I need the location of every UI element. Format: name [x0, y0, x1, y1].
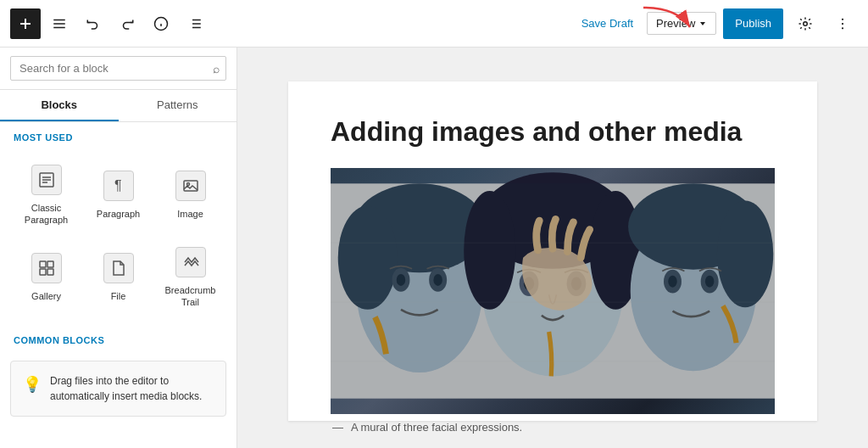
details-button[interactable]: [146, 8, 176, 39]
svg-text:¶: ¶: [114, 178, 122, 193]
gallery-label: Gallery: [31, 290, 61, 302]
svg-rect-24: [47, 261, 53, 267]
editor-content: Adding images and other media: [288, 81, 817, 421]
drag-files-text: Drag files into the editor to automatica…: [50, 373, 214, 404]
search-block-wrapper: ⌕: [10, 56, 226, 81]
svg-rect-25: [40, 269, 46, 275]
block-item-file[interactable]: File: [82, 237, 154, 319]
paragraph-icon: ¶: [103, 171, 134, 201]
save-draft-button[interactable]: Save Draft: [575, 12, 640, 35]
classic-paragraph-label: Classic Paragraph: [15, 202, 77, 227]
image-block-icon: [175, 171, 206, 201]
preview-button[interactable]: Preview: [647, 12, 716, 35]
redo-button[interactable]: [112, 8, 142, 39]
blocks-grid: Classic Paragraph ¶ Paragraph: [0, 148, 236, 325]
file-icon: [103, 253, 134, 283]
publish-button[interactable]: Publish: [723, 8, 783, 39]
mural-image: [331, 168, 775, 414]
block-item-gallery[interactable]: Gallery: [10, 237, 82, 319]
toolbar-left: [10, 8, 570, 39]
image-container[interactable]: — A mural of three facial expressions.: [331, 168, 775, 434]
undo-button[interactable]: [78, 8, 108, 39]
paragraph-label: Paragraph: [97, 208, 140, 220]
classic-paragraph-icon: [31, 165, 62, 195]
editor-area[interactable]: Adding images and other media: [237, 48, 868, 448]
file-label: File: [111, 290, 126, 302]
tab-patterns[interactable]: Patterns: [119, 90, 237, 121]
drag-files-area: 💡 Drag files into the editor to automati…: [10, 361, 226, 417]
post-title[interactable]: Adding images and other media: [331, 115, 775, 148]
sidebar-tabs: Blocks Patterns: [0, 90, 236, 122]
toolbar: Save Draft Preview Publish: [0, 0, 868, 48]
search-input[interactable]: [10, 56, 226, 81]
tab-blocks[interactable]: Blocks: [0, 90, 119, 121]
gallery-icon: [31, 253, 62, 283]
block-item-breadcrumb-trail[interactable]: Breadcrumb Trail: [154, 237, 226, 319]
svg-rect-23: [40, 261, 46, 267]
caption-text: A mural of three facial expressions.: [351, 421, 522, 434]
image-label: Image: [177, 208, 203, 220]
image-caption: — A mural of three facial expressions.: [331, 421, 775, 434]
svg-point-13: [842, 22, 843, 24]
svg-rect-51: [331, 184, 775, 399]
sidebar: ⌕ Blocks Patterns MOST USED C: [0, 48, 237, 448]
svg-point-12: [842, 18, 843, 20]
list-view-button[interactable]: [180, 8, 210, 39]
settings-button[interactable]: [790, 8, 821, 39]
svg-rect-21: [184, 181, 198, 191]
most-used-label: MOST USED: [0, 122, 236, 148]
toolbar-right: Save Draft Preview Publish: [575, 8, 858, 39]
block-item-paragraph[interactable]: ¶ Paragraph: [82, 154, 154, 237]
caption-dash: —: [332, 421, 343, 434]
mural-svg: [331, 168, 775, 414]
block-item-classic-paragraph[interactable]: Classic Paragraph: [10, 154, 82, 237]
common-blocks-label: COMMON BLOCKS: [0, 325, 236, 350]
breadcrumb-trail-icon: [175, 247, 206, 277]
breadcrumb-trail-label: Breadcrumb Trail: [159, 284, 221, 309]
tools-button[interactable]: [44, 8, 75, 39]
svg-point-11: [804, 21, 808, 25]
svg-rect-26: [47, 269, 53, 275]
block-item-image[interactable]: Image: [154, 154, 226, 237]
block-inserter-button[interactable]: [10, 8, 41, 39]
lightbulb-icon: 💡: [23, 375, 42, 394]
search-block-area: ⌕: [0, 48, 236, 90]
more-options-button[interactable]: [827, 8, 858, 39]
main-area: ⌕ Blocks Patterns MOST USED C: [0, 48, 868, 448]
svg-point-14: [842, 27, 843, 29]
